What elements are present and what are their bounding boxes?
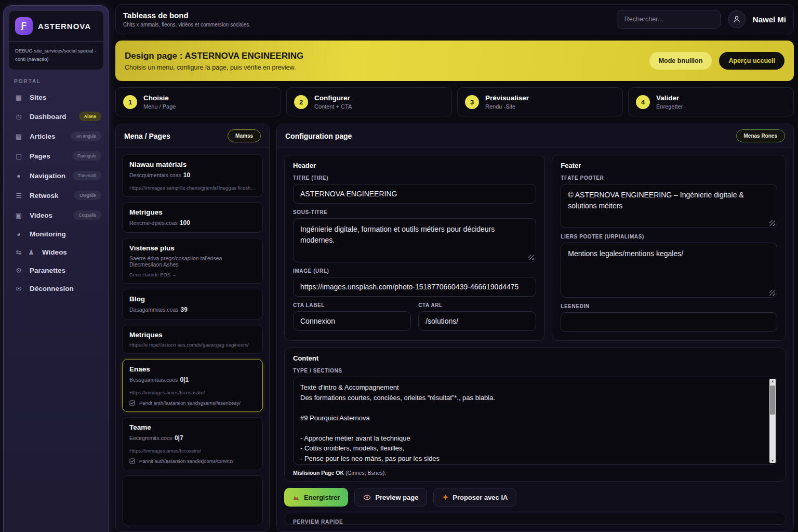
save-button[interactable]: Energistrer (284, 488, 348, 507)
menu-card-count: 10 (183, 171, 190, 179)
configuration-panel: Configuration page Menas Rones Header TI… (276, 124, 794, 532)
pages-icon: ▢ (14, 152, 23, 160)
step-4-number: 4 (636, 95, 650, 109)
cta-label-label: CTA LABEL (293, 302, 411, 308)
menu-card-link: Céne ctatúde EOS → (129, 272, 256, 277)
step-subtitle: Menu / Page (143, 103, 176, 110)
step-2[interactable]: 2 Configurer Content + CTA (286, 87, 452, 116)
menu-card-link: Https://immages samprîle charis/gramfal … (129, 185, 256, 191)
sidebar-item-deconnexion[interactable]: ✉ Déconnesion (4, 280, 109, 298)
pages-badge: Panogule (72, 151, 101, 161)
mode-brouillon-button[interactable]: Mode bnuilion (649, 52, 712, 70)
menu-card-title: Metrigues (129, 208, 256, 216)
network-icon: ☰ (14, 192, 23, 200)
config-panel-title: Configuration page (285, 132, 352, 140)
cta-label-input[interactable] (293, 311, 411, 331)
propose-ai-button[interactable]: ✦ Proposer avec IA (433, 488, 516, 507)
menu-card-metriques[interactable]: Metriques Https://e mpe//astocn aes.comd… (122, 325, 263, 354)
upload-person-icon: ♟ (26, 248, 36, 256)
search-input[interactable] (617, 10, 721, 29)
scroll-down-icon[interactable]: ▼ (769, 459, 776, 462)
linkedin-input[interactable] (561, 312, 777, 332)
debug-text: DEBUG site_services/social special - con… (9, 42, 103, 70)
step-1-number: 1 (123, 95, 137, 109)
sidebar-item-label: Sites (30, 94, 101, 101)
cta-url-input[interactable] (418, 311, 536, 331)
texte-footer-label: TFATE POOTER (561, 175, 777, 181)
page-subtitle: Chits x ammals, fleons, vidéos et commer… (123, 22, 609, 28)
menu-card-meta: Descquimentais.coas (129, 172, 181, 178)
avatar[interactable] (728, 10, 746, 28)
sidebar-item-sites[interactable]: ▦ Sites (4, 88, 109, 107)
menu-list: Niawau matérials Descquimentais.coas10 H… (116, 148, 269, 531)
image-url-label: IMAGE (URL) (293, 268, 536, 274)
liens-footer-textarea[interactable]: Mentions legales/mentions kegales/ (561, 243, 777, 298)
sidebar-item-label: Retwosk (30, 192, 68, 200)
articles-icon: ▤ (14, 132, 23, 140)
menu-card-metrigues[interactable]: Metrigues Rencme-dpies.coas100 (122, 202, 263, 233)
sidebar-item-label: Articles (30, 132, 65, 140)
menu-card-link: Https://immages ames/fccnsasdm/ (129, 390, 256, 395)
sidebar-item-paranettes[interactable]: ⚙ Paranettes (4, 261, 109, 280)
menu-card-meta: Eecegmmits.coos (129, 435, 172, 441)
sous-titre-textarea[interactable]: Ingénierie digitale, formation et outils… (293, 218, 536, 262)
sidebar-item-videos[interactable]: ▣ Videos Coqualle (4, 205, 109, 225)
retwosk-badge: Otegalle (74, 191, 101, 200)
step-4[interactable]: 4 Valider Enregetter (628, 87, 794, 116)
menu-card-empty[interactable] (122, 475, 263, 525)
monitoring-icon: ◕ (14, 230, 23, 238)
scrollbar-thumb[interactable] (770, 385, 775, 415)
sidebar-item-navigation[interactable]: ● Navigation Tneemalt (4, 166, 109, 185)
menas-rones-badge[interactable]: Menas Rones (736, 129, 785, 142)
step-2-number: 2 (294, 95, 308, 109)
menu-card-meta: Bessgaimritais.coos (129, 377, 178, 383)
actions-row: Energistrer Preview page ✦ Proposer avec… (284, 488, 786, 507)
step-subtitle: Content + CTA (314, 103, 352, 110)
menu-card-count: 39 (181, 306, 188, 313)
menu-card-title: Blog (129, 295, 256, 303)
menu-card-blog[interactable]: Blog Dasagammiais.coas39 (122, 289, 263, 320)
step-1[interactable]: 1 Choisie Menu / Page (115, 87, 281, 116)
step-title: Configurer (314, 94, 352, 102)
scrollbar-track[interactable]: ▲ ▼ (769, 379, 776, 463)
sidebar-section-label: PORTAL (14, 78, 98, 84)
dashboard-badge: Alans (79, 112, 101, 121)
menu-card-niveau-materials[interactable]: Niawau matérials Descquimentais.coas10 H… (122, 154, 263, 197)
checkbox-icon (129, 400, 135, 406)
sidebar-item-articles[interactable]: ▤ Articles An angule (4, 126, 109, 146)
sidebar-item-monitoring[interactable]: ◕ Monitoring (4, 225, 109, 243)
sidebar-item-pages[interactable]: ▢ Pages Panogule (4, 146, 109, 166)
articles-badge: An angule (71, 131, 101, 141)
menus-badge[interactable]: Mamss (228, 129, 261, 142)
step-3[interactable]: 3 Prévisualiser Rendu -Site (457, 87, 623, 116)
quick-preview-label: PERVIEM RAPIDE (285, 513, 786, 525)
step-title: Choisie (143, 94, 176, 102)
menu-card-count: 0|7 (175, 434, 183, 442)
step-title: Prévisualiser (485, 94, 529, 102)
header-heading: Header (293, 162, 536, 169)
checkbox-icon (129, 458, 135, 464)
menu-card-check-text: Pendt anth/fastarsion sandsgsams/fasenbe… (139, 400, 241, 406)
user-name[interactable]: Nawel Mi (753, 15, 786, 24)
sidebar-item-label: Dashboard (30, 113, 73, 121)
menu-card-teame[interactable]: Teame Eecegmmits.coos0|7 Https://immages… (122, 417, 263, 470)
titre-input[interactable] (293, 184, 536, 204)
image-url-input[interactable] (293, 277, 536, 297)
scroll-up-icon[interactable]: ▲ (769, 379, 776, 383)
menu-card-vistense-plus[interactable]: Vistense plus Saerre ériva pregs/cosapii… (122, 238, 263, 284)
titre-label: TITRE (TIRE) (293, 175, 536, 181)
person-icon (733, 15, 741, 23)
sidebar-item-dashboard[interactable]: ◷ Dashboard Alans (4, 107, 109, 126)
apercu-accueil-button[interactable]: Aperçu uccueil (719, 52, 784, 70)
content-textarea[interactable]: Texte d'intro & Accompagnement Des forma… (293, 377, 777, 465)
menu-card-check-text: Pannit auth/astarsion sandksjooms/tommz/ (139, 458, 233, 464)
menu-card-enaes-selected[interactable]: Enaes Bessgaimritais.coos0|1 Https://imm… (122, 359, 263, 412)
texte-footer-textarea[interactable]: © ASTERNOVA ENGINEERING – Ingénierie dig… (561, 184, 777, 228)
sidebar-item-label: Déconnesion (30, 285, 101, 292)
menu-card-title: Teame (129, 423, 256, 431)
sidebar-item-retwosk[interactable]: ☰ Retwosk Otegalle (4, 185, 109, 205)
preview-page-button[interactable]: Preview page (354, 488, 427, 507)
sidebar-item-wideos[interactable]: ⇆ ♟ Wideos (4, 243, 109, 261)
banner-title: Design page : ASTERNOVA ENGINEERING (125, 51, 642, 61)
brand-logo-icon: Ƒ (15, 17, 33, 35)
